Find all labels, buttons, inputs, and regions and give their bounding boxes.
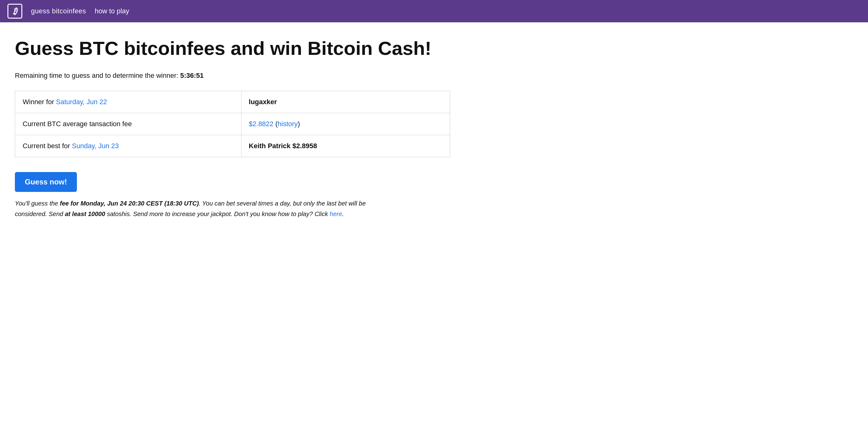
- winner-date-link[interactable]: Saturday, Jun 22: [56, 98, 107, 106]
- remaining-time-text: Remaining time to guess and to determine…: [15, 72, 450, 80]
- info-table: Winner for Saturday, Jun 22 lugaxker Cur…: [15, 91, 450, 157]
- guess-now-button[interactable]: Guess now!: [15, 172, 77, 192]
- winner-label-cell: Winner for Saturday, Jun 22: [15, 91, 242, 113]
- desc-intro: You'll guess the fee for Monday, Jun 24 …: [15, 200, 366, 217]
- description-text: You'll guess the fee for Monday, Jun 24 …: [15, 198, 387, 219]
- current-best-date-link[interactable]: Sunday, Jun 23: [72, 142, 119, 150]
- countdown-timer: 5:36:51: [180, 72, 204, 80]
- history-link[interactable]: history: [278, 120, 298, 128]
- navbar: ₿ guess bitcoinfees how to play: [0, 0, 868, 22]
- winner-username: lugaxker: [249, 98, 277, 106]
- desc-fee-date: fee for Monday, Jun 24 20:30 CEST (18:30…: [60, 200, 199, 207]
- winner-label-prefix: Winner for: [23, 98, 56, 106]
- table-row: Winner for Saturday, Jun 22 lugaxker: [15, 91, 450, 113]
- logo-icon: ₿: [7, 4, 22, 19]
- how-to-play-desc-link[interactable]: here: [330, 211, 342, 217]
- fee-label-cell: Current BTC average tansaction fee: [15, 113, 242, 135]
- fee-history: (: [275, 120, 277, 128]
- desc-satoshi-amount: at least 10000: [65, 211, 105, 217]
- table-row: Current best for Sunday, Jun 23 Keith Pa…: [15, 135, 450, 157]
- current-best-value-cell: Keith Patrick $2.8958: [241, 135, 450, 157]
- current-best-prefix: Current best for: [23, 142, 72, 150]
- fee-amount: $2.8822: [249, 120, 274, 128]
- how-to-play-link[interactable]: how to play: [95, 7, 129, 15]
- current-best-label-cell: Current best for Sunday, Jun 23: [15, 135, 242, 157]
- current-best-value: Keith Patrick $2.8958: [249, 142, 317, 150]
- fee-value-cell: $2.8822 (history): [241, 113, 450, 135]
- table-row: Current BTC average tansaction fee $2.88…: [15, 113, 450, 135]
- winner-value-cell: lugaxker: [241, 91, 450, 113]
- app-name: guess bitcoinfees: [31, 7, 86, 15]
- page-heading: Guess BTC bitcoinfees and win Bitcoin Ca…: [15, 37, 450, 59]
- cta-section: Guess now! You'll guess the fee for Mond…: [15, 172, 450, 219]
